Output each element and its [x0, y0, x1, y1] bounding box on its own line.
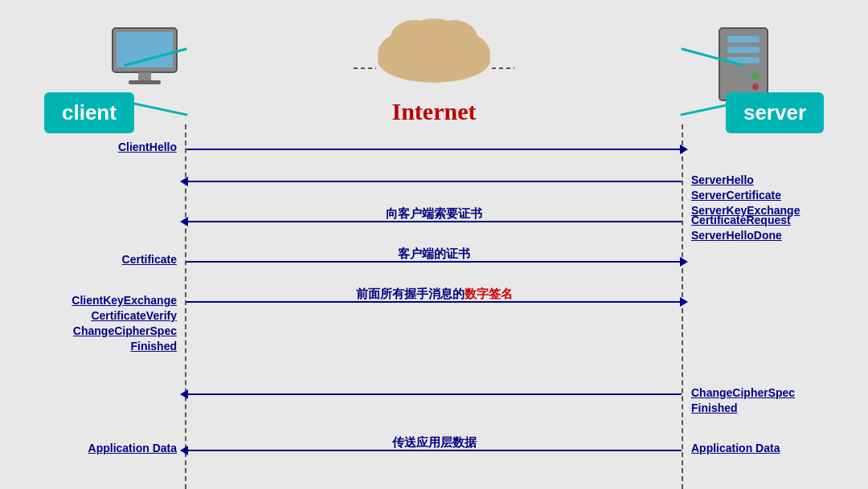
- appdata-center-label: 传送应用层数据: [186, 435, 682, 450]
- changecipherspec-server-label: ChangeCipherSpec: [691, 385, 852, 401]
- server-badge: server: [726, 92, 824, 133]
- digital-sig-label: 前面所有握手消息的数字签名: [186, 287, 682, 302]
- appdata-client-label: Application Data: [16, 442, 177, 454]
- serverhello-arrow: [186, 181, 682, 182]
- certificateverify-label: CertificateVerify: [16, 308, 177, 324]
- svg-rect-3: [129, 80, 161, 84]
- digital-sig-prefix: 前面所有握手消息的: [356, 287, 465, 300]
- client-cert-label: 客户端的证书: [186, 247, 682, 262]
- diagram-container: client server: [0, 0, 868, 489]
- server-hello-group-label: ServerHello ServerCertificate ServerKeyE…: [691, 173, 852, 218]
- svg-rect-6: [727, 47, 760, 53]
- digital-sig-red: 数字签名: [465, 287, 513, 300]
- finished-client-label: Finished: [16, 339, 177, 354]
- servercertificate-label: ServerCertificate: [691, 188, 852, 203]
- svg-rect-2: [138, 72, 151, 80]
- certificaterequest-label: CertificateRequest: [691, 213, 852, 228]
- svg-point-9: [752, 84, 759, 90]
- clienthello-label: ClientHello: [16, 141, 177, 153]
- client-key-group-label: ClientKeyExchange CertificateVerify Chan…: [16, 293, 177, 354]
- client-badge: client: [44, 92, 134, 133]
- internet-label: Internet: [354, 98, 514, 125]
- client-computer-icon: [104, 24, 185, 100]
- server-certreq-group: CertificateRequest ServerHelloDone: [691, 213, 852, 243]
- server-changecipherspec-arrow: [186, 393, 682, 395]
- serverhello-label: ServerHello: [691, 173, 852, 188]
- changecipherspec-client-label: ChangeCipherSpec: [16, 324, 177, 339]
- svg-point-8: [752, 73, 759, 79]
- req-cert-label: 向客户端索要证书: [186, 206, 682, 222]
- server-finished-group: ChangeCipherSpec Finished: [691, 385, 852, 416]
- server-vertical-line: [682, 124, 683, 489]
- serverhellodone-label: ServerHelloDone: [691, 228, 852, 243]
- svg-rect-1: [117, 32, 173, 67]
- clientkeyexchange-label: ClientKeyExchange: [16, 293, 177, 308]
- appdata-server-label: Application Data: [691, 442, 852, 454]
- internet-cloud: Internet: [354, 8, 514, 125]
- clienthello-arrow: [186, 149, 682, 150]
- certificate-label: Certificate: [16, 253, 177, 266]
- finished-server-label: Finished: [691, 401, 852, 416]
- svg-rect-5: [727, 36, 760, 43]
- svg-point-15: [430, 20, 478, 60]
